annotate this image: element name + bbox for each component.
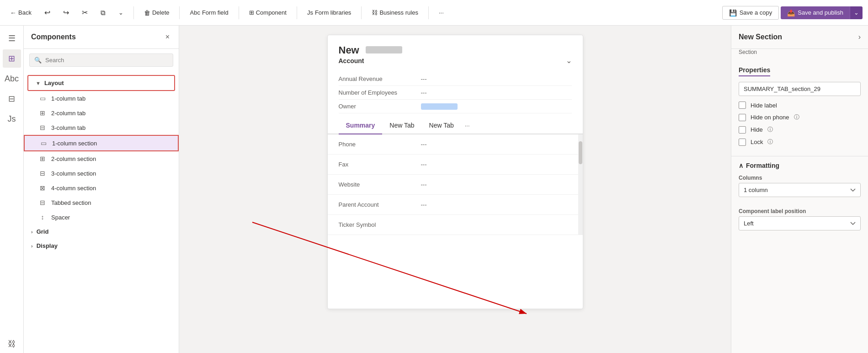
info-icon-lock[interactable]: ⓘ [767,138,773,146]
chevron-right-icon: › [31,243,33,249]
lock-checkbox[interactable] [739,139,746,146]
props-expand-button[interactable]: › [858,33,861,41]
hide-label-text: Hide label [751,102,777,109]
save-publish-group: 📤 Save and publish ⌄ [781,6,863,19]
more-dropdown-button[interactable]: ⌄ [114,6,128,19]
panel-close-button[interactable]: × [164,31,171,43]
form-card: New Account ⌄ Annual Revenue --- [327,35,583,309]
one-col-section-icon: ▭ [39,139,48,147]
columns-select[interactable]: 1 column 2 columns 3 columns 4 columns [739,183,861,197]
spacer-icon: ↕ [38,214,47,221]
save-publish-icon: 📤 [787,9,795,16]
search-box[interactable]: 🔍 [29,53,173,67]
scrollbar-thumb[interactable] [579,141,582,164]
layout-item-tabbed-section[interactable]: ⊟ Tabbed section [24,195,179,210]
tab-more-button[interactable]: ··· [461,118,474,134]
sidebar-layers-button[interactable]: ⊟ [3,90,21,108]
info-icon-hide[interactable]: ⓘ [767,126,773,134]
cut-button[interactable]: ✂ [77,5,92,20]
sidebar-text-button[interactable]: Abc [3,70,21,88]
sidebar-components-button[interactable]: ⊞ [3,49,21,68]
display-category[interactable]: › Display [24,239,179,253]
label-position-select-wrapper: Left Top Right [739,216,861,236]
layout-item-3col-tab[interactable]: ⊟ 3-column tab [24,120,179,135]
panel-header: Components × [24,26,179,49]
field-row-employees: Number of Employees --- [339,86,572,100]
section-row-website: Website --- [328,175,583,195]
canvas-wrapper: New Account ⌄ Annual Revenue --- [179,26,731,353]
hide-label-checkbox[interactable] [739,102,746,109]
redo-button[interactable]: ↪ [59,5,74,20]
layout-item-spacer[interactable]: ↕ Spacer [24,210,179,225]
tab-new-1[interactable]: New Tab [382,117,421,134]
chevron-right-icon: › [31,229,33,235]
layout-item-1col-section[interactable]: ▭ 1-column section [24,135,179,151]
display-category-label: Display [37,242,58,249]
lock-row[interactable]: Lock ⓘ [739,138,861,146]
components-panel: Components × 🔍 ▼ Layout ▭ 1-column tab ⊞… [24,26,179,353]
hide-on-phone-checkbox[interactable] [739,114,746,121]
save-publish-button[interactable]: 📤 Save and publish [781,6,850,19]
tab-new-2[interactable]: New Tab [422,117,461,134]
label-position-group: Component label position Left Top Right [739,208,861,236]
form-section-container: Phone --- Fax --- Website --- Parent A [328,134,583,235]
props-properties-section: Properties Hide label Hide on phone ⓘ Hi… [731,61,868,156]
collapse-button[interactable]: ⌄ [566,56,572,65]
layout-item-4col-section[interactable]: ⊠ 4-column section [24,181,179,195]
divider-1 [133,6,134,19]
more-tools-button[interactable]: ··· [434,6,448,19]
sidebar-connections-button[interactable]: ⛓ [3,335,21,353]
divider-6 [428,6,429,19]
undo-button[interactable]: ↩ [40,5,55,20]
chevron-up-icon: ∧ [739,162,743,169]
delete-icon: 🗑 [144,9,150,16]
owner-blurred-value [421,103,458,110]
component-button[interactable]: ⊞ Component [245,6,291,19]
hide-label-row[interactable]: Hide label [739,102,861,109]
properties-panel: New Section › Section Properties Hide la… [731,26,868,353]
one-col-tab-icon: ▭ [38,95,47,102]
layout-item-2col-section[interactable]: ⊞ 2-column section [24,151,179,166]
search-input[interactable] [45,57,168,64]
props-name-input[interactable] [739,82,861,96]
form-libraries-button[interactable]: Js Form libraries [303,6,356,19]
icon-sidebar: ☰ ⊞ Abc ⊟ Js ⛓ [0,26,24,353]
text-icon: Abc [5,74,19,84]
hide-on-phone-text: Hide on phone [751,114,789,121]
label-position-select[interactable]: Left Top Right [739,216,861,230]
save-copy-button[interactable]: 💾 Save a copy [722,6,779,20]
hide-row[interactable]: Hide ⓘ [739,126,861,134]
hide-checkbox[interactable] [739,126,746,134]
layout-category[interactable]: ▼ Layout [27,75,175,91]
props-header: New Section › [731,26,868,49]
back-button[interactable]: ← Back [5,6,36,19]
layout-item-1col-tab[interactable]: ▭ 1-column tab [24,91,179,106]
columns-select-wrapper: 1 column 2 columns 3 columns 4 columns [739,183,861,203]
form-title-blurred [366,46,402,53]
layout-item-3col-section[interactable]: ⊟ 3-column section [24,166,179,181]
section-row-fax: Fax --- [328,155,583,175]
sidebar-code-button[interactable]: Js [3,110,21,128]
delete-button[interactable]: 🗑 Delete [139,6,174,19]
form-tabs: Summary New Tab New Tab ··· [328,117,583,134]
three-col-tab-icon: ⊟ [38,124,47,131]
hide-on-phone-row[interactable]: Hide on phone ⓘ [739,113,861,121]
form-field-button[interactable]: Abc Form field [185,6,233,19]
paste-button[interactable]: ⧉ [96,6,110,20]
components-list: ▼ Layout ▭ 1-column tab ⊞ 2-column tab ⊟… [24,71,179,353]
info-icon-hide-on-phone[interactable]: ⓘ [794,113,799,121]
layout-item-2col-tab[interactable]: ⊞ 2-column tab [24,106,179,120]
props-title: New Section [739,33,782,41]
divider-3 [239,6,239,19]
components-icon: ⊞ [8,53,15,64]
section-row-ticker: Ticker Symbol [328,215,583,235]
tab-summary[interactable]: Summary [339,117,383,134]
save-publish-dropdown[interactable]: ⌄ [850,6,863,19]
grid-category[interactable]: › Grid [24,225,179,239]
search-icon: 🔍 [34,57,42,64]
toolbar-right: 💾 Save a copy 📤 Save and publish ⌄ [722,6,863,20]
business-rules-button[interactable]: ⛓ Business rules [367,6,423,19]
layers-icon: ⊟ [8,94,15,104]
sidebar-menu-button[interactable]: ☰ [3,29,21,48]
paste-icon: ⧉ [101,9,106,17]
